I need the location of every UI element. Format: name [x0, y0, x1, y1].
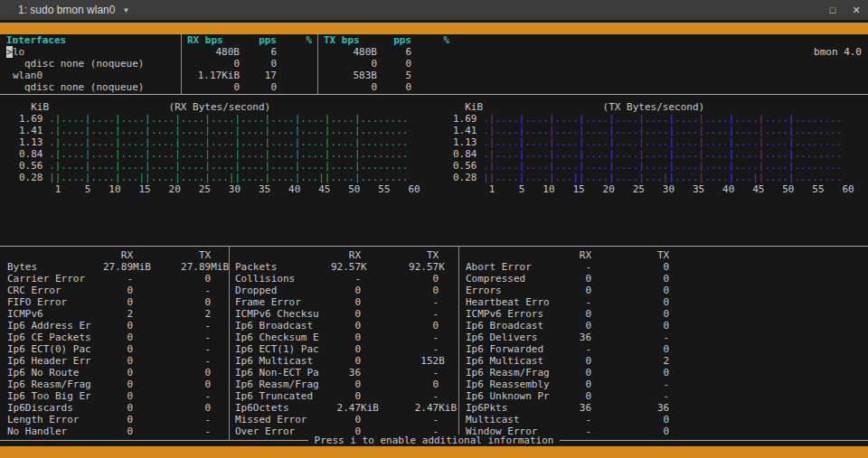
footer-hint: Press i to enable additional information — [308, 435, 561, 446]
stats-row: FIFO Error 0 0 — [7, 296, 229, 308]
interface-stat-value: 5 — [362, 70, 411, 81]
graph-series: .|....|....|....|....|....|....|....|...… — [483, 160, 842, 172]
stats-row: Ip6 Multicast 0 2 — [466, 355, 687, 367]
stats-row: Ip6 Too Big Er 0 - — [7, 390, 229, 402]
stats-row: Ip6 Forwarded - 0 — [466, 343, 687, 355]
graph-row: 0.84 .|....|....|....|....|....|....|...… — [19, 148, 408, 160]
interface-stat-value: 480B — [163, 46, 240, 58]
interface-stat-value: 17 — [235, 70, 277, 81]
interface-name: qdisc none (noqueue) — [24, 58, 144, 70]
graph-series: .|....|....|....|....|....|....|....|...… — [483, 148, 842, 160]
interfaces-column-header: Interfaces — [6, 34, 66, 46]
interface-stat-value: 0 — [362, 81, 411, 93]
graph-row: 1.69 .|....|....|....|....|....|....|...… — [19, 113, 408, 125]
tx-graph: KiB (TX Bytes/second)1.69 .|....|....|..… — [453, 101, 851, 195]
stats-row: Ip6 Unknown Pr 0 - — [466, 390, 687, 402]
stats-row: Packets 92.57K 92.57K — [235, 261, 457, 273]
window-title: 1: sudo bmon wlan0 — [18, 5, 115, 16]
stats-row: ICMPv6 Checksu 0 - — [235, 308, 457, 320]
interface-row: qdisc none (noqueue)0000 — [0, 58, 868, 70]
stats-row: Missed Error 0 - — [235, 414, 457, 425]
interface-stat-value: 0 — [235, 81, 277, 93]
graph-series: .|....|....|....|....|....|....|....|...… — [483, 125, 842, 136]
stats-row: CRC Error 0 - — [7, 285, 229, 296]
stats-row: Ip6 Truncated 0 - — [235, 390, 457, 402]
stats-row: Ip6 ECT(0) Pac 0 - — [7, 343, 229, 355]
rx-pct-column-header: % — [271, 34, 312, 46]
chevron-down-icon[interactable]: ▼ — [122, 5, 129, 16]
stats-row: Frame Error 0 - — [235, 296, 457, 308]
graph-row: 0.28 ||....|....|...||....|....|...||...… — [453, 172, 842, 183]
stats-row: Collisions - 0 — [235, 273, 457, 285]
interface-stat-value: 0 — [163, 58, 240, 70]
graph-row: 1 5 10 15 20 25 30 35 40 45 50 55 60 — [453, 183, 854, 195]
interface-name: lo — [13, 46, 24, 58]
graph-row: 1.69 .|....|....|....|....|....|....|...… — [453, 113, 842, 125]
graph-series: .|....|....|....|....|....|....|....|...… — [49, 136, 408, 148]
graph-row: 1.13 .|....|....|....|....|....|....|...… — [19, 136, 408, 148]
stats-row: Multicast - 0 — [466, 414, 687, 425]
stats-row: Ip6 Non-ECT Pa 36 - — [235, 367, 457, 379]
tx-pps-column-header: pps — [362, 34, 411, 46]
stats-row: Ip6Discards 0 0 — [7, 402, 229, 414]
interface-stat-value: 1.17KiB — [163, 70, 240, 81]
graph-row: 1.13 .|....|....|....|....|....|....|...… — [453, 136, 842, 148]
stats-row: Carrier Error - 0 — [7, 273, 229, 285]
graph-row: 0.84 .|....|....|....|....|....|....|...… — [453, 148, 842, 160]
column-divider — [317, 34, 318, 94]
bmon-title-bar: lo bmon 4.0 — [0, 23, 868, 34]
stats-row: Ip6 Address Er 0 - — [7, 320, 229, 332]
stats-row: Ip6 Broadcast 0 0 — [235, 320, 457, 332]
stats-divider — [458, 246, 459, 440]
selection-cursor: > — [6, 46, 13, 58]
interface-stat-value: 6 — [362, 46, 411, 58]
stats-row: Compressed 0 0 — [466, 273, 687, 285]
graph-series: ||....|....|...||....|....|...||....|...… — [483, 172, 842, 183]
graph-series: .|....|....|....|....|....|....|....|...… — [49, 160, 408, 172]
terminal-screen[interactable]: lo bmon 4.0 Interfaces RX bps pps % TX b… — [0, 20, 868, 458]
graph-row: KiB (TX Bytes/second) — [453, 101, 704, 113]
stats-row: Ip6 Broadcast 0 0 — [466, 320, 687, 332]
column-divider — [181, 34, 182, 94]
tx-pct-column-header: % — [407, 34, 449, 46]
graph-row: 1.41 .|....|....|....|....|....|....|...… — [453, 125, 842, 136]
stats-row: Ip6 Checksum E 0 - — [235, 332, 457, 343]
rx-graph: KiB (RX Bytes/second)1.69 .|....|....|..… — [19, 101, 417, 195]
stats-header-row: RX TX — [7, 249, 211, 261]
close-button[interactable]: ✕ — [844, 5, 868, 16]
stats-row: Ip6 ECT(1) Pac 0 - — [235, 343, 457, 355]
interface-stat-value: 0 — [235, 58, 277, 70]
stats-row: Heartbeat Erro - 0 — [466, 296, 687, 308]
stats-row: Ip6 Delivers 36 - — [466, 332, 687, 343]
graph-series: .|....|....|....|....|....|....|....|...… — [49, 148, 408, 160]
stats-row: Ip6 Header Err 0 - — [7, 355, 229, 367]
rx-bps-column-header: RX bps — [187, 34, 223, 46]
stats-divider — [229, 246, 230, 440]
stats-row: Ip6 Reasm/Frag 0 0 — [235, 379, 457, 390]
stats-header-row: RX TX — [235, 249, 439, 261]
stats-row: Ip6Octets 2.47KiB 2.47KiB — [235, 402, 457, 414]
graph-row: 1.41 .|....|....|....|....|....|....|...… — [19, 125, 408, 136]
graph-series: .|....|....|....|....|....|....|....|...… — [483, 113, 842, 125]
window-titlebar: 1: sudo bmon wlan0 ▼ □ ✕ — [0, 0, 868, 20]
stats-header-row: RX TX — [466, 249, 669, 261]
graph-row: 1 5 10 15 20 25 30 35 40 45 50 55 60 — [19, 183, 420, 195]
section-divider — [0, 94, 868, 95]
graph-series: .|....|....|....|....|....|....|....|...… — [483, 136, 842, 148]
maximize-button[interactable]: □ — [821, 5, 844, 16]
stats-row: Ip6 CE Packets 0 - — [7, 332, 229, 343]
tx-bps-column-header: TX bps — [324, 34, 360, 46]
stats-row: Ip6 Multicast 0 152B — [235, 355, 457, 367]
stats-row: Ip6 Reassembly 0 - — [466, 379, 687, 390]
interface-row: >lo480B6480B6 — [0, 46, 868, 58]
stats-row: Bytes 27.89MiB 27.89MiB — [7, 261, 229, 273]
stats-row: Ip6 Reasm/Frag 0 0 — [466, 367, 687, 379]
stats-row: Length Error 0 - — [7, 414, 229, 425]
status-bar: Sun Apr 25 22:44:35 2021 Press ? for hel… — [0, 446, 868, 458]
interface-name: qdisc none (noqueue) — [24, 81, 144, 93]
graph-row: 0.56 .|....|....|....|....|....|....|...… — [19, 160, 408, 172]
graph-series: ||....|....|...||....|....|...||....|...… — [49, 172, 408, 183]
stats-row: Ip6 Reasm/Frag 0 0 — [7, 379, 229, 390]
graph-row: KiB (RX Bytes/second) — [19, 101, 270, 113]
graph-series: .|....|....|....|....|....|....|....|...… — [49, 113, 408, 125]
